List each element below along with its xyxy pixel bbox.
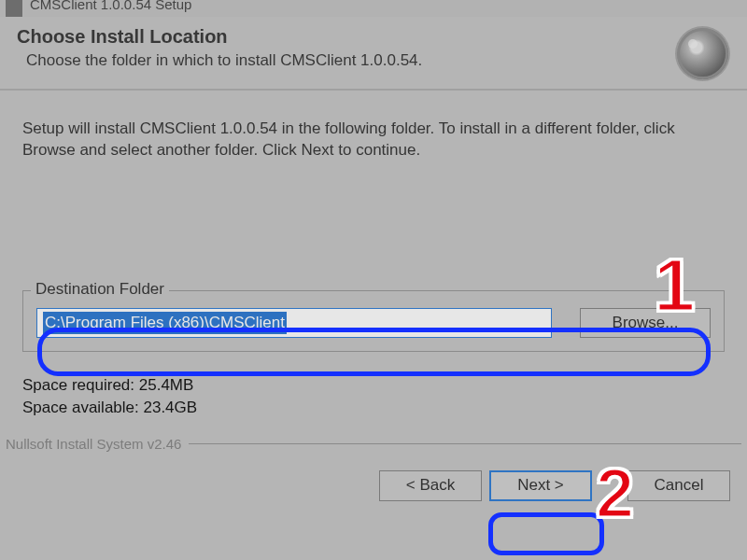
instructions-text: Setup will install CMSClient 1.0.0.54 in… [22,119,725,161]
destination-folder-legend: Destination Folder [31,280,169,299]
installer-branding: Nullsoft Install System v2.46 [6,436,189,452]
footer-separator: Nullsoft Install System v2.46 [0,436,747,452]
annotation-highlight-2 [488,512,604,555]
app-icon [6,0,22,17]
wizard-header: Choose Install Location Choose the folde… [0,17,747,91]
camera-lens-icon [677,28,728,79]
page-subtitle: Choose the folder in which to install CM… [26,51,677,70]
space-required: Space required: 25.4MB [22,376,747,395]
install-path-value: C:\Program Files (x86)\CMSClient [43,312,287,334]
next-button[interactable]: Next > [489,470,592,501]
space-available: Space available: 23.4GB [22,399,747,417]
wizard-footer: < Back Next > Cancel [0,452,747,501]
page-title: Choose Install Location [17,26,677,48]
destination-folder-group: Destination Folder C:\Program Files (x86… [22,290,725,352]
space-info: Space required: 25.4MB Space available: … [0,376,747,417]
separator-line [189,443,741,444]
browse-button[interactable]: Browse... [580,308,711,338]
install-path-input[interactable]: C:\Program Files (x86)\CMSClient [36,308,552,338]
cancel-button[interactable]: Cancel [627,470,730,501]
titlebar: CMSClient 1.0.0.54 Setup [0,0,747,17]
back-button[interactable]: < Back [379,470,482,501]
window-title: CMSClient 1.0.0.54 Setup [30,0,741,12]
